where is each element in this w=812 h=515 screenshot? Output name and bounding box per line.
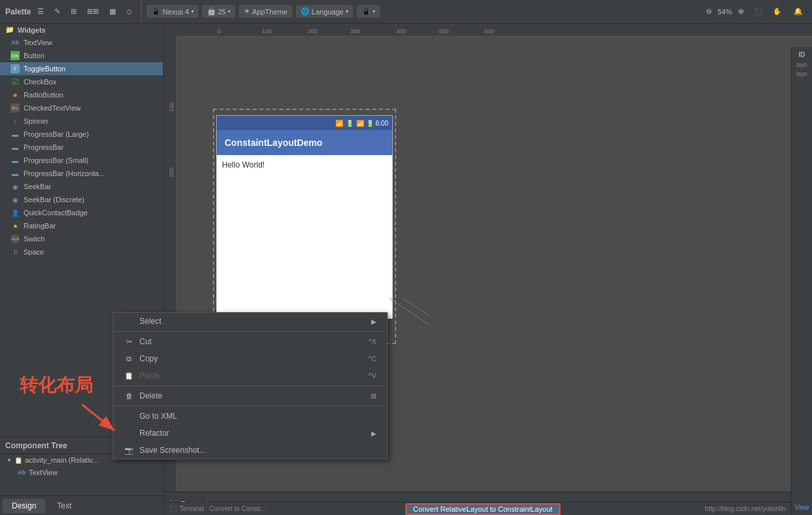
palette-item-progressbar[interactable]: ▬ ProgressBar: [0, 141, 163, 154]
paste-icon: 📋: [124, 372, 134, 380]
context-menu-delete[interactable]: 🗑 Delete ⊠: [113, 387, 387, 404]
context-menu-screenshot[interactable]: 📷 Save Screenshot...: [113, 442, 387, 459]
bottom-status-bar: ⬛ Terminal Convert to Constr... Convert …: [164, 502, 791, 515]
ruler-tick-100: 100: [262, 28, 272, 35]
context-menu-gotoxml[interactable]: Go to XML: [113, 408, 387, 425]
screen-icon: 📱: [361, 7, 371, 16]
zoom-hand-btn[interactable]: ✋: [769, 5, 786, 18]
screen-dropdown[interactable]: 📱 ▾: [357, 5, 380, 18]
checkbox-label: CheckBox: [24, 78, 56, 86]
spinner-icon: ↕: [10, 116, 20, 126]
terminal-bottom[interactable]: ⬛ Terminal: [169, 505, 204, 512]
palette-item-space[interactable]: ⠿ Space: [0, 245, 163, 258]
palette-item-switch[interactable]: ⟺ Switch: [0, 232, 163, 245]
switch-icon: ⟺: [10, 234, 20, 243]
ruler-tick-0: 0: [217, 28, 221, 35]
url-display: http://blog.csdn.net/yulianlin: [705, 505, 786, 512]
toolbar-icon-btn-4[interactable]: ⊞⊞: [83, 5, 103, 18]
palette-item-progressbar-small[interactable]: ▬ ProgressBar (Small): [0, 154, 163, 167]
palette-item-progressbar-horiz[interactable]: ▬ ProgressBar (Horizonta...: [0, 167, 163, 180]
seekbar-discrete-label: SeekBar (Discrete): [24, 196, 84, 204]
button-label: Button: [24, 52, 45, 60]
view-link[interactable]: View: [793, 503, 811, 512]
progressbar-horiz-icon: ▬: [10, 169, 20, 178]
checkedtextview-icon: Rc: [10, 103, 20, 113]
toolbar-icon-btn-3[interactable]: ⊞: [67, 5, 81, 18]
toolbar-icon-btn-6[interactable]: ◇: [122, 5, 136, 18]
bell-btn[interactable]: 🔔: [790, 5, 807, 18]
theme-dropdown[interactable]: ☀ AppTheme: [239, 5, 292, 18]
button-icon: OK: [10, 51, 20, 60]
ruler-tick-600: 600: [485, 28, 494, 35]
quickcontact-label: QuickContactBadge: [24, 209, 88, 217]
palette-item-seekbar-discrete[interactable]: ◉ SeekBar (Discrete): [0, 193, 163, 206]
zoom-level: 54%: [718, 8, 732, 16]
time-display: 📶 🔋 6:00: [356, 120, 388, 127]
zoom-fit-btn[interactable]: ⬛: [750, 5, 767, 18]
radiobutton-icon: ●: [10, 90, 20, 99]
palette-item-seekbar[interactable]: ◉ SeekBar: [0, 180, 163, 193]
id-label: ID: [793, 50, 811, 60]
ratingbar-label: RatingBar: [24, 222, 56, 230]
context-menu-refactor[interactable]: Refactor ▶: [113, 425, 387, 442]
palette-item-checkedtextview[interactable]: Rc CheckedTextView: [0, 101, 163, 115]
palette-item-button[interactable]: OK Button: [0, 49, 163, 62]
wifi-icon: 📶: [335, 120, 343, 127]
progressbar-large-icon: ▬: [10, 130, 20, 139]
palette-item-quickcontact[interactable]: 👤 QuickContactBadge: [0, 206, 163, 219]
palette-title: Palette: [5, 7, 31, 16]
phone-preview[interactable]: 📶 🔋 📶 🔋 6:00 ConstaintLayoutDemo Hello W…: [216, 115, 393, 318]
seekbar-icon: ◉: [10, 182, 20, 191]
radiobutton-label: RadioButton: [24, 91, 64, 99]
layout-value-1: layo: [793, 61, 811, 69]
toolbar-icon-btn-5[interactable]: ▦: [105, 5, 120, 18]
ruler-tick-v-200: 200: [168, 168, 175, 177]
space-label: Space: [24, 248, 44, 256]
text-tab[interactable]: Text: [48, 499, 81, 513]
palette-item-ratingbar[interactable]: ★ RatingBar: [0, 219, 163, 232]
design-tab[interactable]: Design: [3, 499, 45, 513]
spinner-label: Spinner: [24, 117, 48, 125]
palette-item-radiobutton[interactable]: ● RadioButton: [0, 88, 163, 101]
select-arrow: ▶: [371, 318, 377, 325]
zoom-minus-btn[interactable]: ⊖: [702, 5, 716, 18]
terminal-bottom-label: Terminal: [179, 505, 204, 512]
palette-item-checkbox[interactable]: ☑ CheckBox: [0, 75, 163, 88]
cut-shortcut: ^X: [369, 338, 377, 346]
context-menu-cut[interactable]: ✂ Cut ^X: [113, 333, 387, 350]
togglebutton-icon: T: [10, 64, 20, 73]
nexus-dropdown[interactable]: 📱 Nexus 4 ▾: [147, 5, 198, 18]
ruler-tick-300: 300: [350, 28, 360, 35]
palette-item-progressbar-large[interactable]: ▬ ProgressBar (Large): [0, 128, 163, 141]
context-menu-copy[interactable]: ⧉ Copy ^C: [113, 350, 387, 367]
palette-item-spinner[interactable]: ↕ Spinner: [0, 115, 163, 128]
top-toolbar: Palette ☰ ✎ ⊞ ⊞⊞ ▦ ◇ 📱 Nexus 4 ▾ 🤖 25 ▾ …: [0, 0, 812, 24]
screenshot-label: Save Screenshot...: [139, 446, 206, 455]
annotation-text: 转化布局: [20, 373, 93, 398]
properties-panel-right: ID layo layo View: [791, 47, 812, 515]
component-tree-textview[interactable]: Ab TextView: [0, 466, 163, 479]
toolbar-icon-btn-1[interactable]: ☰: [33, 5, 48, 18]
svg-line-1: [403, 298, 429, 315]
palette-item-textview[interactable]: Ab TextView: [0, 36, 163, 49]
api-dropdown[interactable]: 🤖 25 ▾: [202, 5, 235, 18]
language-dropdown[interactable]: 🌐 Language ▾: [296, 5, 353, 18]
toolbar-icon-btn-2[interactable]: ✎: [50, 5, 64, 18]
progressbar-horiz-label: ProgressBar (Horizonta...: [24, 169, 105, 177]
context-menu-select[interactable]: Select ▶: [113, 313, 387, 330]
palette-item-togglebutton[interactable]: T ToggleButton: [0, 62, 163, 75]
separator-3: [113, 406, 387, 406]
zoom-control: ⊖ 54% ⊕ ⬛ ✋: [702, 5, 786, 18]
component-tree-title: Component Tree: [5, 441, 67, 450]
screenshot-icon: 📷: [124, 446, 134, 455]
ratingbar-icon: ★: [10, 221, 20, 230]
checkedtextview-label: CheckedTextView: [24, 104, 81, 112]
convert-status-label: Convert to Constr...: [210, 505, 266, 512]
refactor-label: Refactor: [139, 429, 169, 438]
select-label: Select: [139, 317, 161, 326]
zoom-plus-btn[interactable]: ⊕: [734, 5, 748, 18]
convert-relativelayout-btn[interactable]: Convert RelativeLayout to ConstraintLayo…: [405, 503, 561, 515]
folder-icon: 📁: [5, 26, 14, 34]
theme-label: AppTheme: [252, 8, 287, 16]
space-icon: ⠿: [10, 247, 20, 257]
